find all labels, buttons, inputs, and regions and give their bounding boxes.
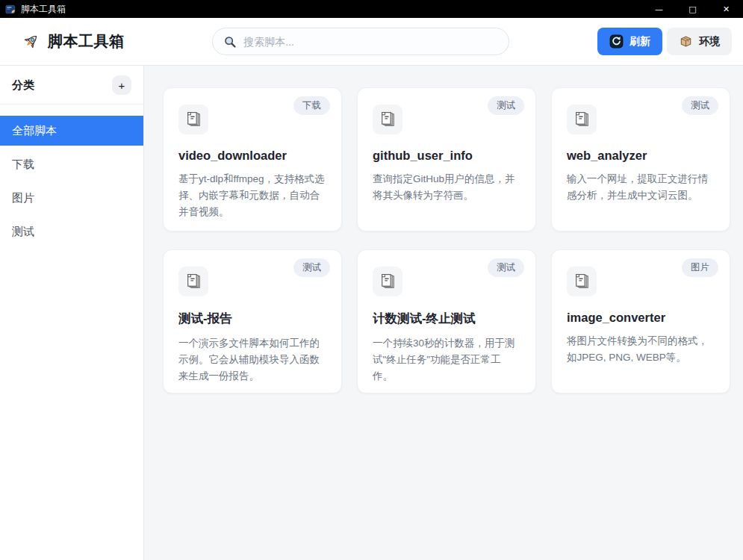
script-card-count-terminate-test[interactable]: 测试 计数测试-终止测试 一个持续30秒的计数器，用于测试"终止任务"功能是否正…: [357, 249, 536, 393]
maximize-button[interactable]: □: [676, 0, 709, 18]
script-icon-box: [567, 267, 597, 296]
refresh-icon: [609, 34, 624, 49]
sidebar-item-test[interactable]: 测试: [0, 217, 143, 246]
script-description: 一个演示多文件脚本如何工作的示例。它会从辅助模块导入函数来生成一份报告。: [178, 335, 326, 385]
script-description: 查询指定GitHub用户的信息，并将其头像转为字符画。: [373, 171, 520, 204]
refresh-button[interactable]: 刷新: [597, 28, 662, 55]
header-actions: 刷新 环境: [597, 28, 732, 55]
sidebar-item-all-scripts[interactable]: 全部脚本: [0, 116, 143, 146]
script-doc-icon: [378, 272, 398, 292]
script-card-image-converter[interactable]: 图片 image_converter 将图片文件转换为不同的格式，如JPEG, …: [551, 249, 730, 393]
app-header: 脚本工具箱 刷新 环境: [0, 18, 743, 66]
sidebar-header: 分类 +: [0, 75, 143, 105]
window-title: 脚本工具箱: [21, 3, 642, 16]
category-badge: 测试: [488, 258, 524, 277]
content-area: 分类 + 全部脚本 下载 图片 测试 下载 video_downloader 基…: [0, 66, 743, 560]
script-description: 基于yt-dlp和ffmpeg，支持格式选择、内嵌字幕和元数据，自动合并音视频。: [178, 171, 326, 220]
script-doc-icon: [184, 272, 204, 292]
script-card-github-user-info[interactable]: 测试 github_user_info 查询指定GitHub用户的信息，并将其头…: [357, 87, 536, 231]
refresh-label: 刷新: [629, 35, 650, 49]
close-button[interactable]: ✕: [709, 0, 743, 18]
script-title: 测试-报告: [178, 311, 326, 327]
category-badge: 下载: [293, 96, 330, 115]
category-badge: 测试: [682, 96, 718, 115]
script-title: github_user_info: [373, 149, 520, 163]
script-doc-icon: [572, 110, 592, 130]
category-badge: 测试: [293, 258, 330, 277]
minimize-button[interactable]: —: [642, 0, 676, 18]
script-card-test-report[interactable]: 测试 测试-报告 一个演示多文件脚本如何工作的示例。它会从辅助模块导入函数来生成…: [163, 249, 342, 393]
script-title: image_converter: [567, 311, 715, 325]
titlebar: 脚本工具箱 — □ ✕: [0, 0, 743, 18]
script-description: 输入一个网址，提取正文进行情感分析，并生成中文词云图。: [567, 171, 715, 204]
search-input[interactable]: [243, 36, 498, 48]
sidebar-item-download[interactable]: 下载: [0, 149, 143, 179]
search-icon: [223, 35, 237, 49]
main-panel: 下载 video_downloader 基于yt-dlp和ffmpeg，支持格式…: [144, 66, 743, 560]
script-doc-icon: [572, 272, 592, 292]
script-title: video_downloader: [178, 149, 326, 163]
app-title: 脚本工具箱: [48, 31, 125, 52]
script-title: 计数测试-终止测试: [373, 311, 520, 327]
script-icon-box: [373, 267, 402, 296]
window-controls: — □ ✕: [642, 0, 743, 18]
category-badge: 图片: [682, 258, 718, 277]
script-doc-icon: [184, 110, 204, 130]
script-card-grid: 下载 video_downloader 基于yt-dlp和ffmpeg，支持格式…: [163, 87, 743, 393]
package-icon: [679, 34, 693, 49]
script-icon-box: [178, 267, 208, 296]
search-box[interactable]: [212, 28, 509, 55]
script-title: web_analyzer: [567, 149, 715, 163]
script-card-video-downloader[interactable]: 下载 video_downloader 基于yt-dlp和ffmpeg，支持格式…: [163, 87, 342, 231]
script-icon-box: [373, 105, 402, 134]
script-icon-box: [178, 105, 208, 134]
script-description: 一个持续30秒的计数器，用于测试"终止任务"功能是否正常工作。: [373, 335, 520, 385]
add-category-button[interactable]: +: [112, 75, 131, 95]
script-description: 将图片文件转换为不同的格式，如JPEG, PNG, WEBP等。: [567, 333, 715, 366]
app-icon: [5, 4, 16, 15]
category-list: 全部脚本 下载 图片 测试: [0, 116, 143, 246]
script-icon-box: [567, 105, 597, 134]
sidebar: 分类 + 全部脚本 下载 图片 测试: [0, 66, 144, 560]
script-card-web-analyzer[interactable]: 测试 web_analyzer 输入一个网址，提取正文进行情感分析，并生成中文词…: [551, 87, 730, 231]
script-doc-icon: [378, 110, 398, 130]
environment-label: 环境: [699, 35, 720, 49]
environment-button[interactable]: 环境: [667, 28, 732, 55]
rocket-icon: [21, 32, 40, 52]
sidebar-item-image[interactable]: 图片: [0, 183, 143, 213]
app-logo: 脚本工具箱: [21, 31, 125, 52]
categories-title: 分类: [12, 78, 34, 93]
search-area: [134, 28, 589, 55]
category-badge: 测试: [488, 96, 524, 115]
